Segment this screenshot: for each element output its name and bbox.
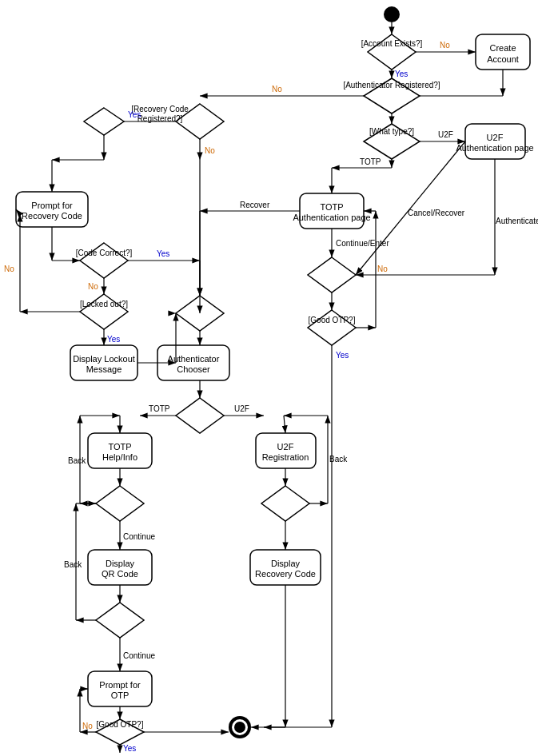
text-display-qr1: Display — [106, 559, 135, 568]
text-create-account2: Account — [487, 54, 519, 64]
text-u2f-reg1: U2F — [277, 442, 294, 452]
label-cancel-recover: Cancel/Recover — [408, 209, 465, 217]
decision-continue-enter — [308, 257, 356, 292]
text-totp-help2: Help/Info — [102, 452, 137, 462]
label-auth-continue: Authenticate/Continue — [496, 217, 538, 225]
diagram-container: [Account Exists?] Create Account No [Aut… — [0, 0, 538, 756]
label-yes-recovery: Yes — [128, 110, 141, 119]
label-no-correct: No — [88, 282, 98, 291]
text-auth-chooser1: Authenticator — [168, 354, 220, 364]
text-prompt-otp2: OTP — [111, 690, 130, 700]
text-lockout2: Message — [86, 364, 122, 374]
label-code-correct: [Code Correct?] — [76, 249, 133, 257]
label-chooser-totp: TOTP — [149, 404, 170, 413]
label-no-good-otp: No — [377, 265, 388, 273]
label-auth-registered: [Authenticator Registered?] — [343, 81, 440, 90]
label-good-otp-bottom: [Good OTP?] — [97, 720, 144, 729]
text-auth-chooser2: Chooser — [177, 364, 210, 374]
text-totp-auth2: Authentication page — [293, 213, 370, 222]
text-prompt-otp1: Prompt for — [99, 680, 141, 690]
text-totp-auth1: TOTP — [320, 202, 343, 212]
label-back-totp: Back — [68, 456, 86, 465]
text-create-account: Create — [489, 43, 516, 53]
label-no-auth: No — [272, 85, 282, 94]
decision-chooser-type — [176, 398, 224, 433]
decision-back-u2f — [261, 486, 309, 521]
label-yes-otp-bottom: Yes — [123, 744, 136, 753]
end-center — [234, 722, 245, 733]
decision-reentry — [84, 108, 124, 135]
label-continue-qr: Continue — [123, 532, 155, 541]
arrow-u2f-to-reg — [284, 416, 285, 433]
label-no-create: No — [440, 41, 450, 50]
label-chooser-u2f: U2F — [234, 404, 249, 413]
label-yes-good-otp: Yes — [336, 351, 349, 360]
text-u2f-auth2: Authentication page — [456, 143, 533, 153]
text-u2f-reg2: Registration — [262, 452, 309, 462]
label-yes-correct: Yes — [157, 249, 169, 258]
label-good-otp-main: [Good OTP?] — [309, 316, 356, 324]
text-prompt-recovery2: Recovery Code — [22, 211, 82, 221]
label-locked-out: [Locked out?] — [80, 300, 128, 308]
label-yes-locked: Yes — [107, 335, 120, 344]
text-display-recovery1: Display — [271, 559, 301, 568]
label-continue-otp: Continue — [123, 651, 155, 660]
label-account-exists: [Account Exists?] — [361, 39, 423, 48]
text-totp-help1: TOTP — [108, 442, 131, 452]
text-display-qr2: QR Code — [102, 569, 138, 579]
text-prompt-recovery1: Prompt for — [31, 201, 73, 210]
label-recover: Recover — [240, 201, 270, 209]
label-no-recovery: No — [205, 146, 215, 155]
decision-back-totp — [96, 486, 144, 521]
decision-back-qr — [96, 603, 144, 638]
label-totp: TOTP — [360, 157, 381, 166]
label-no-locked: No — [4, 265, 14, 273]
start-node — [384, 6, 400, 22]
text-lockout1: Display Lockout — [73, 354, 135, 364]
label-yes-down: Yes — [395, 70, 408, 78]
text-u2f-auth1: U2F — [487, 133, 504, 142]
label-no-otp-bottom: No — [82, 722, 93, 730]
text-display-recovery2: Recovery Code — [255, 569, 316, 579]
label-u2f: U2F — [438, 130, 453, 139]
label-back-qr: Back — [64, 560, 82, 569]
label-what-type: [What type?] — [369, 127, 414, 136]
